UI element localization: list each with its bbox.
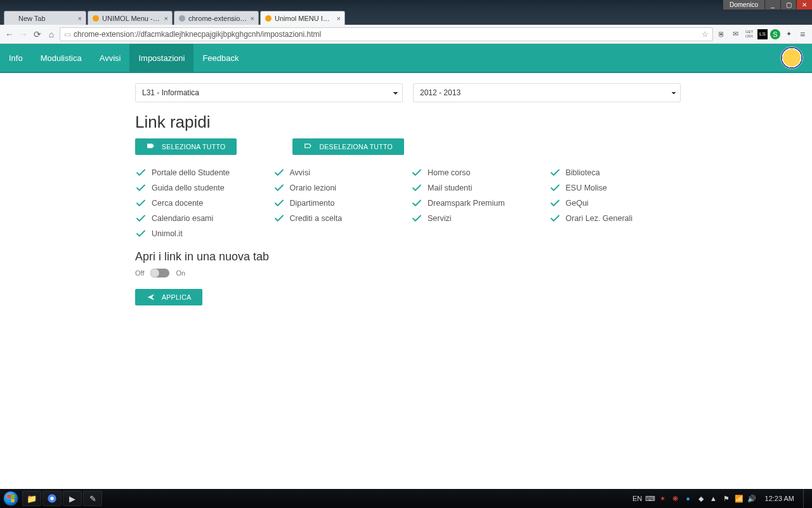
quick-link-item[interactable]: Mail studenti (411, 180, 543, 196)
links-col-3: Home corsoMail studentiDreamspark Premiu… (411, 165, 543, 241)
button-label: Deseleziona tutto (319, 143, 393, 150)
address-text: chrome-extension://dfacmkadlejhknecpajgi… (74, 30, 321, 39)
ext-mail-icon[interactable]: ✉ (730, 29, 741, 40)
quick-link-item[interactable]: Orario lezioni (273, 180, 405, 196)
ext-shield-icon[interactable]: ⛨ (716, 29, 727, 40)
tab-close-icon[interactable]: × (337, 15, 341, 22)
quick-link-item[interactable]: Orari Lez. Generali (549, 211, 681, 226)
ext-s-icon[interactable]: S (770, 29, 780, 39)
quick-link-item[interactable]: ESU Molise (549, 180, 681, 196)
tab-close-icon[interactable]: × (164, 15, 168, 22)
svg-point-3 (148, 145, 150, 147)
quick-link-label: Mail studenti (428, 184, 472, 192)
window-minimize-button[interactable]: _ (765, 0, 780, 10)
check-icon (135, 228, 147, 239)
reload-button[interactable]: ⟳ (32, 29, 43, 40)
favicon-icon (178, 15, 186, 22)
quick-link-item[interactable]: Biblioteca (549, 165, 681, 180)
show-desktop-button[interactable] (803, 489, 808, 508)
ext-getcrx-icon[interactable]: GET CRX (743, 29, 755, 40)
check-icon (549, 167, 561, 178)
new-tab-toggle[interactable] (150, 269, 169, 277)
tab-title: New Tab (18, 15, 75, 22)
tab-close-icon[interactable]: × (251, 15, 254, 22)
taskbar-app-icon[interactable]: ✎ (83, 491, 102, 506)
browser-tab[interactable]: UNIMOL Menu - Modifica × (88, 11, 173, 25)
forward-button[interactable]: → (18, 29, 29, 40)
quick-link-label: Dreamspark Premium (428, 199, 505, 208)
course-select[interactable]: L31 - Informatica (135, 83, 403, 102)
tray-icon[interactable]: ◆ (697, 494, 705, 503)
taskbar-app-icon[interactable]: ▶ (63, 491, 82, 506)
browser-menu-button[interactable]: ≡ (797, 29, 808, 40)
nav-impostazioni[interactable]: Impostazioni (129, 44, 193, 72)
select-all-button[interactable]: Seleziona tutto (135, 138, 237, 155)
quick-link-item[interactable]: Crediti a scelta (273, 211, 405, 226)
nav-avvisi[interactable]: Avvisi (91, 44, 130, 72)
start-button[interactable] (0, 489, 22, 508)
quick-link-item[interactable]: GeQui (549, 196, 681, 211)
quick-link-item[interactable]: Calendario esami (135, 211, 267, 226)
deselect-all-button[interactable]: Deseleziona tutto (292, 138, 404, 155)
quick-link-item[interactable]: Unimol.it (135, 226, 267, 241)
check-icon (411, 213, 422, 224)
nav-info[interactable]: Info (0, 44, 32, 72)
check-icon (135, 182, 147, 194)
nav-modulistica[interactable]: Modulistica (32, 44, 91, 72)
ext-misc-icon[interactable]: ✦ (783, 29, 794, 40)
check-icon (549, 213, 561, 224)
browser-tab[interactable]: New Tab × (4, 11, 86, 25)
tray-keyboard-icon[interactable]: ⌨ (646, 494, 655, 503)
year-select[interactable]: 2012 - 2013 (413, 83, 681, 102)
browser-tab-active[interactable]: Unimol MENU Impostazio × (260, 11, 345, 25)
quick-link-item[interactable]: Portale dello Studente (135, 165, 267, 180)
tray-volume-icon[interactable]: 🔊 (747, 494, 756, 503)
tray-network-icon[interactable]: 📶 (735, 494, 743, 503)
ext-ls-icon[interactable]: LS (757, 29, 768, 39)
quick-link-item[interactable]: Home corso (411, 165, 543, 180)
nav-feedback[interactable]: Feedback (193, 44, 247, 72)
check-icon (549, 182, 561, 194)
address-bar[interactable]: ▭ chrome-extension://dfacmkadlejhknecpaj… (60, 27, 713, 41)
favicon-icon (92, 15, 100, 22)
quick-link-item[interactable]: Dipartimento (273, 196, 405, 211)
tray-icon[interactable]: ❋ (671, 494, 680, 503)
tray-flag-icon[interactable]: ⚑ (722, 494, 731, 503)
tray-icon[interactable]: ✶ (658, 494, 667, 503)
quick-link-item[interactable]: Dreamspark Premium (411, 196, 543, 211)
window-maximize-button[interactable]: ▢ (781, 0, 796, 10)
window-close-button[interactable]: ✕ (797, 0, 812, 10)
quick-link-item[interactable]: Avvisi (273, 165, 405, 180)
tray-icon[interactable]: ● (684, 494, 693, 503)
button-label: Seleziona tutto (162, 143, 225, 150)
unimol-logo-icon (780, 46, 803, 69)
browser-tab[interactable]: chrome-extension://dfac… × (174, 11, 259, 25)
quick-link-label: Guida dello studente (152, 184, 225, 192)
quick-link-label: Home corso (428, 168, 470, 177)
label-icon (147, 142, 155, 151)
quick-link-item[interactable]: Cerca docente (135, 196, 267, 211)
main-content: L31 - Informatica 2012 - 2013 Link rapid… (0, 73, 812, 305)
tray-lang[interactable]: EN (633, 494, 642, 503)
quick-link-item[interactable]: Servizi (411, 211, 543, 226)
send-icon (147, 293, 155, 302)
bookmark-star-icon[interactable]: ☆ (702, 30, 709, 39)
svg-point-2 (265, 15, 272, 22)
tab-title: chrome-extension://dfac… (188, 15, 248, 22)
tray-icon[interactable]: ▲ (709, 494, 718, 503)
taskbar-chrome-icon[interactable] (43, 491, 62, 506)
links-col-4: BibliotecaESU MoliseGeQuiOrari Lez. Gene… (549, 165, 681, 241)
tab-close-icon[interactable]: × (78, 15, 82, 22)
tray-clock[interactable]: 12:23 AM (760, 495, 799, 502)
quick-link-item[interactable]: Guida dello studente (135, 180, 267, 196)
quick-link-label: Dipartimento (290, 199, 335, 208)
back-button[interactable]: ← (4, 29, 15, 40)
apply-button[interactable]: Applica (135, 289, 202, 305)
toggle-on-label: On (176, 269, 185, 277)
taskbar-explorer-icon[interactable]: 📁 (22, 491, 41, 506)
check-icon (135, 197, 147, 209)
check-icon (273, 197, 285, 209)
check-icon (411, 182, 422, 194)
home-button[interactable]: ⌂ (46, 29, 57, 40)
quick-link-label: Servizi (428, 214, 452, 223)
